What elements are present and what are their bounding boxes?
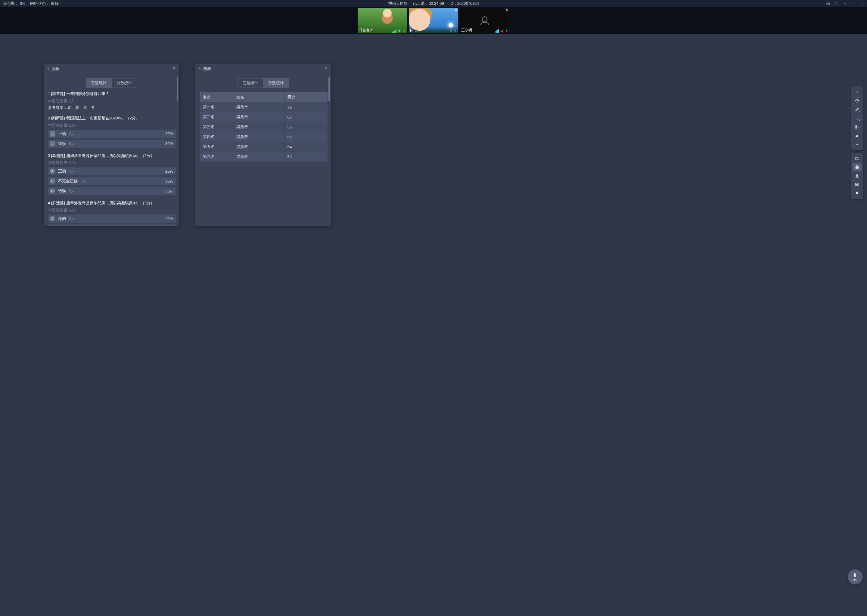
elapsed-time: 已上课：02:34:09 (413, 1, 444, 6)
pen-icon[interactable] (853, 105, 862, 113)
hand-raise-count: 0/2 (853, 578, 858, 582)
close-icon[interactable] (324, 66, 328, 71)
option-count: 8人 (69, 141, 75, 146)
close-icon[interactable] (172, 66, 176, 71)
col-rank: 名次 (200, 92, 233, 102)
cell-name: 梁鼎奇 (233, 112, 284, 122)
cell-score: 54 (284, 142, 328, 152)
mic-icon (454, 29, 457, 33)
participant-tile-nina[interactable]: ✕ Nina (409, 8, 458, 33)
toolbox-icon[interactable] (853, 163, 862, 171)
laser-pointer-icon[interactable] (853, 88, 862, 96)
cell-name: 梁鼎奇 (233, 122, 284, 132)
scrollbar-thumb[interactable] (177, 77, 178, 101)
table-row: 第六名梁鼎奇53 (200, 152, 328, 162)
main-area: 测验 答题统计 分数统计 1 [简答题] 一年四季分别是哪四季？本题答题量 2人… (0, 34, 867, 616)
folder-icon[interactable] (853, 155, 862, 162)
svg-rect-7 (455, 30, 456, 31)
packet-loss-value: 0% (20, 1, 25, 6)
class-title: 神秘大自然 (388, 1, 408, 6)
tab-answer-stats[interactable]: 答题统计 (238, 78, 263, 88)
option-text: 正确 (58, 131, 66, 137)
cell-rank: 第二名 (200, 112, 233, 122)
tab-answer-stats[interactable]: 答题统计 (86, 78, 111, 88)
circle-icon[interactable] (853, 140, 862, 148)
panel-title: 测验 (52, 66, 59, 72)
option-row: A是的2人20% (48, 214, 176, 223)
settings-icon[interactable] (834, 2, 839, 6)
question-block: 3 [单选题] 施华洛世奇是反华品牌，所以梁鼎琪反华。（2分）本题答题量 12人… (48, 153, 176, 195)
tab-score-stats[interactable]: 分数统计 (111, 78, 137, 88)
cell-score: 78 (284, 102, 328, 112)
option-count: 2人 (69, 131, 75, 137)
option-letter: — (50, 141, 55, 146)
option-letter: C (50, 188, 55, 194)
session-id-value: 2020070324 (457, 1, 479, 6)
col-name: 姓名 (233, 92, 284, 102)
window-controls (826, 2, 864, 6)
back-icon[interactable] (47, 66, 50, 71)
scrollbar[interactable] (177, 76, 178, 225)
panel-tabs: 答题统计 分数统计 (44, 74, 179, 91)
scissors-icon[interactable] (853, 123, 862, 131)
participant-status-icons (449, 29, 457, 33)
record-icon (449, 29, 453, 33)
quiz-panel-scores: 测验 答题统计 分数统计 名次 姓名 得分 第一名梁鼎奇78第二名梁鼎奇67第三… (195, 64, 331, 226)
svg-point-17 (856, 184, 856, 184)
svg-point-6 (450, 30, 452, 31)
question-block: 2 [判断题] 我国宪法上一次更新是在2020年。（2分）本题答题量 10人—正… (48, 115, 176, 148)
camera-toggle-icon[interactable] (826, 2, 830, 6)
option-row: A正确2人20% (48, 167, 176, 175)
tile-close-icon[interactable]: ✕ (455, 9, 457, 12)
tile-close-icon[interactable]: ✕ (506, 9, 508, 12)
question-block: 1 [简答题] 一年四季分别是哪四季？本题答题量 2人参考答案：春、夏、秋、冬 (48, 91, 176, 110)
panel-body[interactable]: 1 [简答题] 一年四季分别是哪四季？本题答题量 2人参考答案：春、夏、秋、冬2… (44, 91, 179, 226)
col-score: 得分 (284, 92, 328, 102)
eraser-icon[interactable] (853, 132, 862, 140)
audio-level-icon (495, 29, 499, 33)
option-percent: 80% (165, 141, 173, 146)
option-text: 错误 (58, 141, 66, 146)
question-title: 3 [单选题] 施华洛世奇是反华品牌，所以梁鼎琪反华。（2分） (48, 153, 176, 159)
option-row: —正确2人20% (48, 130, 176, 138)
cell-score: 53 (284, 152, 328, 162)
tab-score-stats[interactable]: 分数统计 (263, 78, 289, 88)
table-row: 第四名梁鼎奇55 (200, 132, 328, 142)
participant-status-icons (495, 29, 508, 33)
scrollbar[interactable] (328, 76, 330, 225)
svg-point-14 (856, 144, 858, 145)
question-title: 2 [判断题] 我国宪法上一次更新是在2020年。（2分） (48, 115, 176, 121)
top-bar-center: 神秘大自然 已上课：02:34:09 ID：2020070324 (388, 1, 479, 6)
fullscreen-icon[interactable] (851, 2, 856, 6)
question-block: 4 [多选题] 施华洛世奇是反华品牌，所以梁鼎琪反华。（2分）本题答题量 12人… (48, 200, 176, 226)
option-percent: 20% (165, 132, 173, 136)
scrollbar-thumb[interactable] (328, 77, 330, 101)
option-percent: 20% (165, 169, 173, 174)
question-count: 本题答题量 12人 (48, 160, 176, 165)
option-count: 2人 (69, 216, 75, 222)
question-count: 本题答题量 2人 (48, 98, 176, 104)
panel-body[interactable]: 名次 姓名 得分 第一名梁鼎奇78第二名梁鼎奇67第三名梁鼎奇56第四名梁鼎奇5… (195, 91, 331, 226)
participant-tile-wang[interactable]: ✕ 王小明 (460, 8, 509, 33)
back-icon[interactable] (199, 66, 202, 71)
close-window-icon[interactable] (860, 2, 864, 6)
panel-header: 测验 (195, 64, 331, 74)
option-text: 不完全正确 (58, 178, 78, 184)
chat-icon[interactable] (853, 181, 862, 189)
text-icon[interactable] (853, 114, 862, 122)
user-icon[interactable] (853, 172, 862, 180)
table-row: 第三名梁鼎奇56 (200, 122, 328, 132)
question-count: 本题答题量 12人 (48, 207, 176, 213)
minimize-icon[interactable] (843, 2, 847, 6)
panel-header: 测验 (44, 64, 179, 74)
question-title: 4 [多选题] 施华洛世奇是反华品牌，所以梁鼎琪反华。（2分） (48, 200, 176, 206)
hand-raise-button[interactable]: 0/2 (848, 569, 863, 585)
cell-score: 55 (284, 132, 328, 142)
participant-tile-teacher[interactable]: 叮当老师 (358, 8, 407, 33)
bell-icon[interactable] (853, 190, 862, 197)
network-status: 网络状态： 良好 (30, 1, 59, 6)
svg-point-3 (399, 30, 400, 31)
cell-rank: 第四名 (200, 132, 233, 142)
move-icon[interactable] (853, 97, 862, 105)
participant-name: 王小明 (461, 28, 472, 33)
